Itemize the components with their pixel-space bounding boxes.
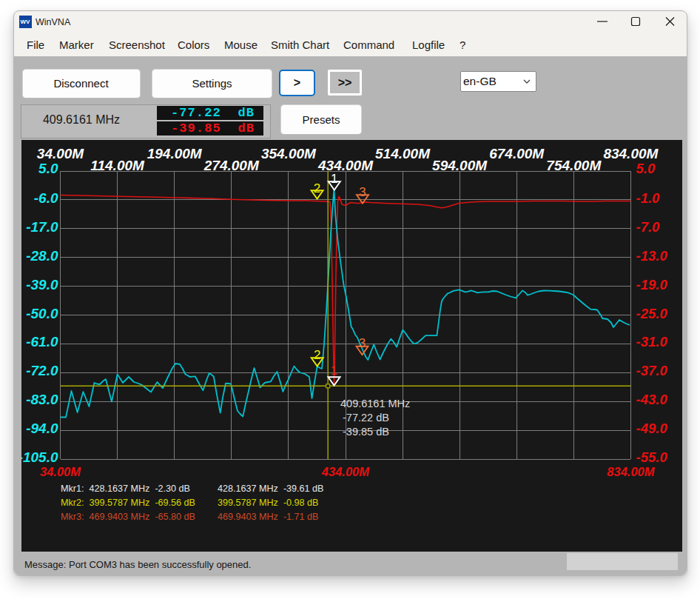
svg-text:5.0: 5.0 [636, 161, 656, 176]
svg-text:514.00M: 514.00M [375, 146, 431, 161]
svg-text:34.00M: 34.00M [37, 146, 85, 161]
svg-text:1: 1 [331, 172, 337, 186]
svg-text:-61.0: -61.0 [26, 334, 58, 349]
svg-text:-39.0: -39.0 [26, 277, 58, 292]
svg-text:-49.0: -49.0 [636, 421, 668, 436]
svg-text:Mkr2: 399.5787 MHz -69.56 dB: Mkr2: 399.5787 MHz -69.56 dB [61, 498, 195, 508]
svg-text:-17.0: -17.0 [26, 219, 58, 235]
svg-text:-19.0: -19.0 [636, 277, 668, 292]
svg-text:754.00M: 754.00M [546, 158, 602, 173]
svg-text:34.00M: 34.00M [40, 465, 81, 478]
svg-text:594.00M: 594.00M [432, 158, 488, 173]
svg-text:354.00M: 354.00M [261, 146, 317, 161]
svg-text:-83.0: -83.0 [26, 392, 58, 407]
svg-text:-50.0: -50.0 [26, 306, 58, 321]
svg-text:2: 2 [314, 348, 320, 362]
svg-text:-72.0: -72.0 [26, 363, 58, 378]
svg-text:194.00M: 194.00M [147, 146, 203, 161]
svg-text:-94.0: -94.0 [26, 421, 58, 436]
svg-text:-1.0: -1.0 [636, 190, 661, 206]
svg-text:834.00M: 834.00M [603, 146, 659, 161]
svg-text:-7.0: -7.0 [636, 219, 661, 235]
svg-text:674.00M: 674.00M [489, 146, 545, 161]
svg-text:-55.0: -55.0 [636, 449, 668, 465]
svg-text:399.5787 MHz -0.98 dB: 399.5787 MHz -0.98 dB [218, 498, 319, 508]
svg-text:3: 3 [359, 336, 366, 350]
svg-text:-43.0: -43.0 [636, 392, 668, 407]
svg-text:434.00M: 434.00M [317, 158, 374, 173]
svg-text:274.00M: 274.00M [203, 158, 260, 173]
svg-text:-13.0: -13.0 [636, 248, 668, 264]
svg-text:409.6161 MHz: 409.6161 MHz [340, 398, 410, 409]
svg-text:-37.0: -37.0 [636, 363, 668, 378]
svg-text:428.1637 MHz -39.61 dB: 428.1637 MHz -39.61 dB [218, 483, 324, 494]
svg-text:-25.0: -25.0 [636, 306, 668, 321]
svg-text:-28.0: -28.0 [26, 248, 58, 264]
svg-text:3: 3 [359, 185, 366, 199]
svg-text:114.00M: 114.00M [90, 158, 145, 173]
svg-text:-105.0: -105.0 [21, 449, 58, 465]
svg-text:834.00M: 834.00M [607, 465, 655, 478]
svg-text:2: 2 [314, 181, 320, 195]
svg-text:-39.85 dB: -39.85 dB [343, 426, 389, 438]
svg-text:Mkr1: 428.1637 MHz -2.30 dB: Mkr1: 428.1637 MHz -2.30 dB [61, 483, 190, 494]
svg-text:-6.0: -6.0 [34, 190, 58, 206]
svg-text:5.0: 5.0 [38, 161, 58, 176]
svg-text:-77.22 dB: -77.22 dB [343, 412, 389, 424]
svg-text:Mkr3: 469.9403 MHz -65.80 dB: Mkr3: 469.9403 MHz -65.80 dB [61, 512, 195, 522]
svg-text:469.9403 MHz -1.71 dB: 469.9403 MHz -1.71 dB [218, 512, 319, 522]
svg-text:434.00M: 434.00M [321, 465, 370, 478]
svg-text:-31.0: -31.0 [636, 334, 668, 349]
svg-text:1: 1 [331, 364, 337, 378]
